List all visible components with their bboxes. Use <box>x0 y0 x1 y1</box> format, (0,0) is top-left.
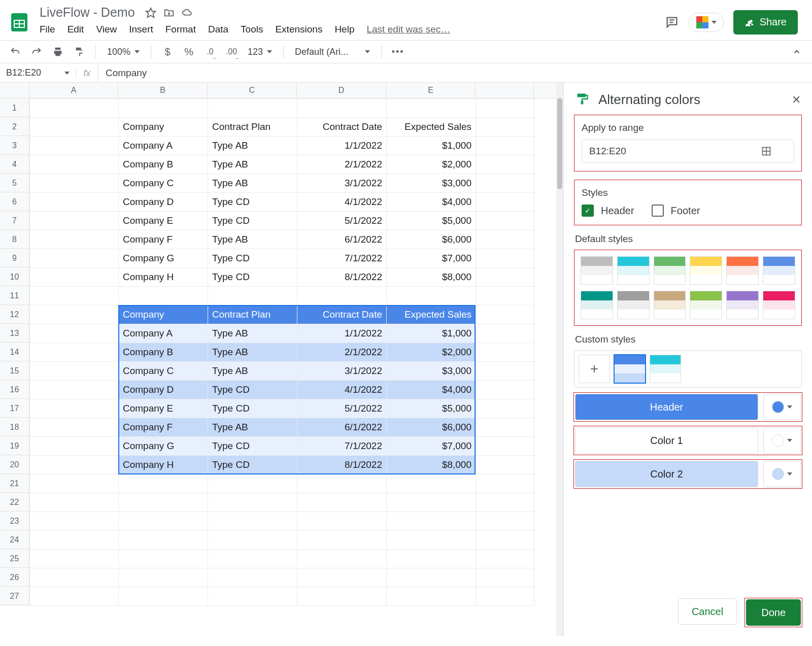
cell[interactable]: Company D <box>119 381 208 399</box>
cell[interactable] <box>387 550 476 568</box>
cell[interactable] <box>208 493 297 512</box>
percent-button[interactable]: % <box>181 44 197 60</box>
row-header[interactable]: 25 <box>0 549 29 568</box>
color1-picker[interactable] <box>763 427 801 454</box>
cell[interactable]: $6,000 <box>387 418 476 437</box>
cell[interactable] <box>476 99 534 118</box>
cell[interactable]: Company C <box>119 362 208 381</box>
cell[interactable] <box>208 287 297 305</box>
cell[interactable] <box>476 531 534 550</box>
style-swatch[interactable] <box>617 291 650 319</box>
cell[interactable] <box>30 399 119 418</box>
cell[interactable]: Expected Sales <box>387 305 476 324</box>
row-header[interactable]: 9 <box>0 249 29 267</box>
cell[interactable] <box>208 568 297 587</box>
cell[interactable]: Type CD <box>208 193 297 212</box>
add-custom-style-button[interactable]: + <box>579 355 610 383</box>
menu-data[interactable]: Data <box>208 24 228 35</box>
cell[interactable] <box>30 456 119 474</box>
cell[interactable]: $7,000 <box>387 437 476 456</box>
cell[interactable]: 1/1/2022 <box>297 324 387 343</box>
paint-format-button[interactable] <box>71 44 87 60</box>
cell[interactable] <box>387 512 476 531</box>
cell[interactable] <box>297 493 387 512</box>
cell[interactable] <box>387 99 476 118</box>
cell[interactable]: Contract Plan <box>208 118 297 137</box>
cell[interactable] <box>387 287 476 305</box>
cell[interactable] <box>476 399 534 418</box>
cell[interactable]: Type AB <box>208 362 297 381</box>
cell[interactable] <box>297 99 387 118</box>
footer-checkbox[interactable] <box>652 205 664 217</box>
row-header[interactable]: 19 <box>0 436 29 455</box>
row-header[interactable]: 10 <box>0 267 29 286</box>
cell[interactable] <box>476 155 534 174</box>
cell[interactable] <box>30 212 119 230</box>
cell[interactable] <box>119 99 208 118</box>
doc-title[interactable]: LiveFlow - Demo <box>37 4 138 21</box>
cell[interactable]: Type CD <box>208 399 297 418</box>
number-format-select[interactable]: 123 <box>245 47 275 57</box>
cell[interactable]: Company A <box>119 137 208 155</box>
col-header[interactable] <box>476 83 534 98</box>
cell[interactable] <box>476 193 534 212</box>
row-header[interactable]: 18 <box>0 418 29 436</box>
cell[interactable]: 3/1/2022 <box>297 174 387 193</box>
cell[interactable] <box>297 287 387 305</box>
cell[interactable] <box>30 474 119 493</box>
cell[interactable]: $4,000 <box>387 193 476 212</box>
style-swatch[interactable] <box>726 256 759 285</box>
cell[interactable]: 4/1/2022 <box>297 381 387 399</box>
header-color-picker[interactable] <box>763 394 801 420</box>
sheets-logo[interactable] <box>8 11 30 33</box>
cell[interactable]: Type CD <box>208 249 297 268</box>
currency-button[interactable]: $ <box>159 44 176 60</box>
col-header[interactable]: B <box>118 83 208 98</box>
cell[interactable] <box>30 531 119 550</box>
collapse-toolbar-button[interactable] <box>789 44 805 60</box>
cell[interactable]: Company G <box>119 437 208 456</box>
cell[interactable] <box>387 493 476 512</box>
cell[interactable] <box>208 587 297 606</box>
cell[interactable] <box>297 531 387 550</box>
cell[interactable] <box>476 174 534 193</box>
cell[interactable] <box>476 568 534 587</box>
cell[interactable] <box>208 512 297 531</box>
row-header[interactable]: 11 <box>0 286 29 305</box>
cell[interactable]: 8/1/2022 <box>297 268 387 287</box>
cell[interactable]: Company D <box>119 193 208 212</box>
cell[interactable] <box>119 512 208 531</box>
cell[interactable] <box>30 550 119 568</box>
cell[interactable]: Type AB <box>208 174 297 193</box>
cell[interactable] <box>476 118 534 137</box>
row-header[interactable]: 13 <box>0 324 29 343</box>
done-button[interactable]: Done <box>746 599 801 626</box>
cell[interactable] <box>119 493 208 512</box>
cell[interactable] <box>119 531 208 550</box>
cell[interactable] <box>476 437 534 456</box>
cell[interactable]: Contract Date <box>297 305 387 324</box>
cell[interactable]: Company A <box>119 324 208 343</box>
cell[interactable]: Company <box>119 305 208 324</box>
col-header[interactable]: A <box>29 83 118 98</box>
cell[interactable]: $4,000 <box>387 381 476 399</box>
cell[interactable] <box>30 99 119 118</box>
cell[interactable]: 6/1/2022 <box>297 230 387 249</box>
cell[interactable] <box>208 99 297 118</box>
select-all-corner[interactable] <box>0 83 29 98</box>
row-header[interactable]: 26 <box>0 568 29 587</box>
range-input[interactable]: B12:E20 <box>582 140 794 163</box>
cell[interactable] <box>30 305 119 324</box>
row-header[interactable]: 3 <box>0 136 29 155</box>
cell[interactable] <box>119 587 208 606</box>
header-checkbox[interactable]: ✓ <box>582 205 594 217</box>
row-header[interactable]: 27 <box>0 587 29 605</box>
cell[interactable]: $2,000 <box>387 155 476 174</box>
cell[interactable]: 5/1/2022 <box>297 399 387 418</box>
row-header[interactable]: 16 <box>0 380 29 399</box>
cell[interactable]: $6,000 <box>387 230 476 249</box>
cell[interactable] <box>30 362 119 381</box>
vertical-scrollbar[interactable] <box>556 83 563 636</box>
decrease-decimal-button[interactable]: .0← <box>202 44 218 60</box>
cell[interactable] <box>476 287 534 305</box>
